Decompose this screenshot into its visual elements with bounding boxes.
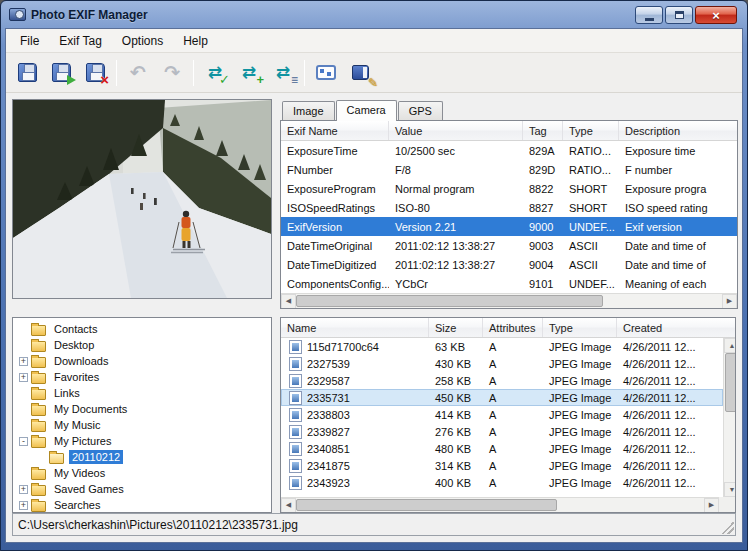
resize-grip[interactable]	[721, 521, 734, 534]
scroll-left-button[interactable]: ◀	[281, 498, 296, 513]
file-row[interactable]: 2343923400 KBAJPEG Image4/26/2011 12...	[281, 474, 723, 491]
tab-image[interactable]: Image	[282, 101, 335, 120]
scroll-thumb[interactable]	[296, 295, 603, 307]
tree-item-label: My Documents	[51, 402, 130, 416]
image-file-icon	[289, 374, 302, 388]
column-header-tag[interactable]: Tag	[523, 121, 563, 140]
exif-row[interactable]: ExposureProgramNormal program8822SHORTEx…	[281, 179, 737, 198]
exif-row[interactable]: ExposureTime10/2500 sec829ARATIO...Expos…	[281, 141, 737, 160]
edit-exif-button[interactable]: ⇄✓	[198, 57, 232, 89]
maximize-button[interactable]	[665, 6, 693, 24]
scroll-right-button[interactable]: ▶	[704, 498, 719, 513]
scroll-thumb[interactable]	[296, 499, 557, 511]
file-size: 414 KB	[429, 409, 483, 421]
tab-camera[interactable]: Camera	[336, 100, 397, 121]
exif-row[interactable]: ComponentsConfig...YCbCr9101UNDEF...Mean…	[281, 274, 737, 293]
expand-icon[interactable]: +	[19, 501, 28, 510]
expand-icon[interactable]: +	[19, 373, 28, 382]
expand-icon[interactable]: +	[19, 485, 28, 494]
close-button[interactable]: ×	[695, 6, 737, 24]
open-folder-icon	[49, 453, 64, 464]
tree-item-searches[interactable]: +Searches	[17, 497, 271, 513]
file-size: 430 KB	[429, 358, 483, 370]
delete-exif-button[interactable]: ×	[78, 57, 112, 89]
file-attributes: A	[483, 477, 543, 489]
exif-description: Exposure time	[619, 145, 737, 157]
tree-item-downloads[interactable]: +Downloads	[17, 353, 271, 369]
scroll-up-button[interactable]: ▲	[724, 338, 735, 353]
add-exif-tag-button[interactable]: ⇄+	[232, 57, 266, 89]
tree-item-favorites[interactable]: +Favorites	[17, 369, 271, 385]
toolbar: × ↶ ↷ ⇄✓ ⇄+ ⇄≡ ✎	[6, 53, 742, 93]
tab-gps[interactable]: GPS	[398, 101, 443, 120]
exif-row-selected[interactable]: ExifVersionVersion 2.219000UNDEF...Exif …	[281, 217, 737, 236]
scroll-track[interactable]	[296, 294, 722, 309]
exif-row[interactable]: DateTimeOriginal2011:02:12 13:38:279003A…	[281, 236, 737, 255]
menu-exif-tag[interactable]: Exif Tag	[49, 31, 111, 51]
scroll-down-button[interactable]: ▼	[724, 482, 735, 497]
exif-horizontal-scrollbar[interactable]: ◀ ▶	[281, 293, 737, 308]
tree-item-20110212[interactable]: 20110212	[17, 449, 271, 465]
column-header-exif-name[interactable]: Exif Name	[281, 121, 389, 140]
menu-file[interactable]: File	[10, 31, 49, 51]
exif-row[interactable]: DateTimeDigitized2011:02:12 13:38:279004…	[281, 255, 737, 274]
file-row[interactable]: 2327539430 KBAJPEG Image4/26/2011 12...	[281, 355, 723, 372]
scroll-track[interactable]	[296, 498, 704, 513]
collapse-icon[interactable]: -	[19, 437, 28, 446]
help-button[interactable]: ✎	[343, 57, 377, 89]
file-row[interactable]: 2340851480 KBAJPEG Image4/26/2011 12...	[281, 440, 723, 457]
tree-item-saved-games[interactable]: +Saved Games	[17, 481, 271, 497]
save-copy-button[interactable]	[44, 57, 78, 89]
column-header-description[interactable]: Description	[619, 121, 738, 140]
file-row[interactable]: 2329587258 KBAJPEG Image4/26/2011 12...	[281, 372, 723, 389]
menu-options[interactable]: Options	[112, 31, 173, 51]
column-header-type[interactable]: Type	[543, 318, 617, 337]
photo-preview-panel	[12, 99, 272, 299]
exif-row[interactable]: FNumberF/8829DRATIO...F number	[281, 160, 737, 179]
file-name: 2327539	[307, 358, 350, 370]
expand-icon[interactable]: +	[19, 357, 28, 366]
scroll-thumb[interactable]	[725, 353, 735, 412]
save-button[interactable]	[10, 57, 44, 89]
tree-item-label: Downloads	[51, 354, 111, 368]
tree-item-desktop[interactable]: Desktop	[17, 337, 271, 353]
file-row[interactable]: 2339827276 KBAJPEG Image4/26/2011 12...	[281, 423, 723, 440]
folder-icon	[31, 389, 46, 400]
tree-item-my-music[interactable]: My Music	[17, 417, 271, 433]
scroll-left-button[interactable]: ◀	[281, 294, 296, 309]
file-list-vertical-scrollbar[interactable]: ▲ ▼	[723, 338, 735, 497]
viewer-button[interactable]	[309, 57, 343, 89]
column-header-attributes[interactable]: Attributes	[483, 318, 543, 337]
file-attributes: A	[483, 460, 543, 472]
menu-help[interactable]: Help	[173, 31, 218, 51]
folder-icon	[31, 325, 46, 336]
tree-item-my-pictures[interactable]: -My Pictures	[17, 433, 271, 449]
column-header-size[interactable]: Size	[429, 318, 483, 337]
file-row-selected[interactable]: 2335731450 KBAJPEG Image4/26/2011 12...	[281, 389, 723, 406]
file-attributes: A	[483, 409, 543, 421]
scroll-right-button[interactable]: ▶	[722, 294, 737, 309]
tree-item-my-videos[interactable]: My Videos	[17, 465, 271, 481]
tree-item-contacts[interactable]: Contacts	[17, 321, 271, 337]
exif-type: RATIO...	[563, 164, 619, 176]
titlebar[interactable]: Photo EXIF Manager ×	[5, 1, 743, 28]
column-header-name[interactable]: Name	[281, 318, 429, 337]
file-row[interactable]: 2338803414 KBAJPEG Image4/26/2011 12...	[281, 406, 723, 423]
exif-row[interactable]: ISOSpeedRatingsISO-808827SHORTISO speed …	[281, 198, 737, 217]
tree-item-my-documents[interactable]: My Documents	[17, 401, 271, 417]
file-name: 2335731	[307, 392, 350, 404]
column-header-created[interactable]: Created	[617, 318, 736, 337]
exif-value: 10/2500 sec	[389, 145, 523, 157]
scroll-track[interactable]	[724, 353, 735, 482]
column-header-type[interactable]: Type	[563, 121, 619, 140]
exif-tag-list-button[interactable]: ⇄≡	[266, 57, 300, 89]
column-header-value[interactable]: Value	[389, 121, 523, 140]
toolbar-separator	[193, 60, 194, 86]
minimize-button[interactable]	[635, 6, 663, 24]
file-row[interactable]: 2341875314 KBAJPEG Image4/26/2011 12...	[281, 457, 723, 474]
file-list-horizontal-scrollbar[interactable]: ◀ ▶	[281, 497, 719, 512]
undo-button[interactable]: ↶	[121, 57, 155, 89]
tree-item-links[interactable]: Links	[17, 385, 271, 401]
redo-button[interactable]: ↷	[155, 57, 189, 89]
file-row[interactable]: 115d71700c6463 KBAJPEG Image4/26/2011 12…	[281, 338, 723, 355]
